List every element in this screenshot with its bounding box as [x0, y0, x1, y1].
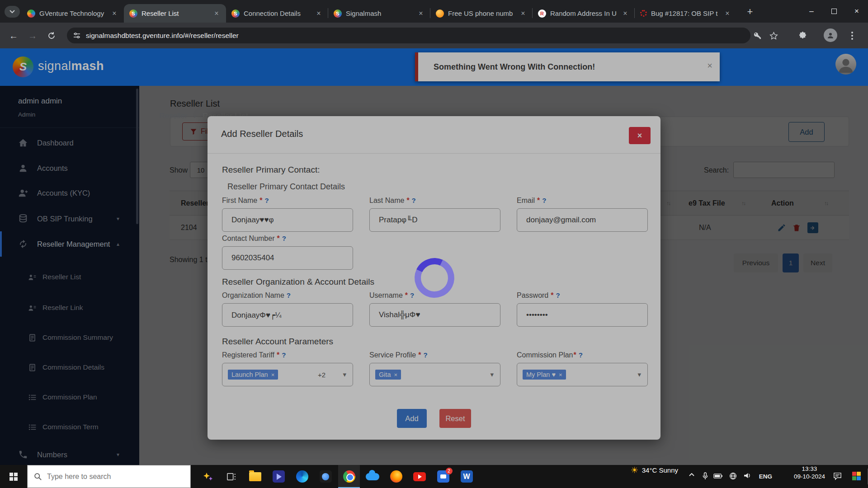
windows-logo-icon	[9, 473, 18, 481]
signalmash-favicon: S	[231, 9, 240, 18]
chevron-down-icon	[9, 10, 15, 14]
maximize-icon	[831, 9, 837, 14]
search-icon	[34, 473, 42, 480]
browser-profile-avatar[interactable]	[824, 28, 837, 42]
tab-close-icon[interactable]: ×	[110, 9, 118, 18]
tray-chevron-up-icon[interactable]	[689, 473, 694, 476]
browser-tab-signalmash[interactable]: S Signalmash ×	[328, 4, 430, 23]
chrome-browser-icon[interactable]	[338, 465, 360, 488]
taskbar-search-box[interactable]	[27, 465, 191, 488]
reload-icon	[47, 32, 56, 40]
tab-title: GVenture Technology	[39, 9, 106, 17]
file-explorer-icon[interactable]	[244, 465, 266, 488]
tab-title: Reseller List	[142, 9, 208, 17]
edge-browser-icon[interactable]	[291, 465, 313, 488]
random-address-favicon: R	[538, 9, 546, 18]
windows-taskbar: 2 W ☀ 34°C Sunny ENG 13:33 09-10-2024	[0, 465, 868, 488]
tray-mic-icon[interactable]	[703, 472, 708, 480]
screen: GVenture Technology × S Reseller List × …	[0, 0, 868, 488]
sparkle-icon[interactable]	[197, 465, 219, 488]
sun-icon: ☀	[631, 465, 638, 475]
gventure-favicon	[27, 9, 35, 18]
tray-network-icon[interactable]	[729, 472, 737, 480]
password-key-icon[interactable]	[751, 30, 763, 42]
window-minimize-button[interactable]: –	[800, 0, 823, 23]
browser-tab-random-address[interactable]: R Random Address In U ×	[533, 4, 635, 23]
signalmash-favicon: S	[334, 9, 342, 18]
task-view-icon[interactable]	[221, 465, 242, 488]
tab-close-icon[interactable]: ×	[723, 9, 731, 18]
window-close-button[interactable]: ×	[845, 0, 868, 23]
word-app-icon[interactable]: W	[456, 465, 477, 488]
tab-title: Bug #12817: OB SIP t	[651, 9, 719, 17]
url-bar[interactable]: signalmashdbtest.gventure.info/#/reselle…	[67, 28, 750, 43]
tray-time: 13:33	[794, 465, 825, 473]
site-info-icon	[73, 32, 80, 39]
person-icon	[826, 31, 835, 39]
browser-tab-strip: GVenture Technology × S Reseller List × …	[0, 0, 868, 23]
window-controls: – ×	[800, 0, 868, 23]
tab-close-icon[interactable]: ×	[621, 9, 629, 18]
loading-overlay	[0, 48, 868, 465]
tab-title: Free US phone numb	[448, 9, 515, 17]
forward-button[interactable]: →	[25, 28, 40, 43]
redmine-favicon	[640, 10, 647, 17]
browser-tab-gventure[interactable]: GVenture Technology ×	[22, 4, 124, 23]
url-text: signalmashdbtest.gventure.info/#/reselle…	[86, 32, 239, 40]
photos-app-icon[interactable]	[315, 465, 336, 488]
bookmark-star-icon[interactable]	[768, 30, 779, 42]
media-player-icon[interactable]	[268, 465, 289, 488]
new-tab-button[interactable]: +	[743, 6, 757, 18]
browser-toolbar: ← → signalmashdbtest.gventure.info/#/res…	[0, 23, 868, 48]
tray-date: 09-10-2024	[794, 473, 825, 480]
tab-close-icon[interactable]: ×	[315, 9, 323, 18]
youtube-icon[interactable]	[409, 465, 430, 488]
back-button[interactable]: ←	[6, 28, 21, 43]
window-maximize-button[interactable]	[823, 0, 845, 23]
tab-search-button[interactable]	[5, 6, 20, 18]
action-center-icon[interactable]	[833, 472, 842, 480]
extensions-puzzle-icon[interactable]	[797, 30, 808, 42]
taskbar-search-input[interactable]	[47, 473, 174, 481]
browser-tab-free-us-phone[interactable]: Free US phone numb ×	[430, 4, 533, 23]
signalmash-favicon: S	[129, 9, 137, 18]
reload-button[interactable]	[44, 28, 59, 43]
loading-spinner-icon	[409, 253, 460, 304]
onedrive-icon[interactable]	[362, 465, 383, 488]
tray-speaker-icon[interactable]	[744, 472, 751, 479]
start-button[interactable]	[0, 465, 27, 488]
tab-close-icon[interactable]: ×	[417, 9, 425, 18]
tab-title: Connection Details	[244, 9, 311, 17]
notification-badge: 2	[446, 468, 453, 474]
tab-title: Random Address In U	[550, 9, 617, 17]
tray-colorful-app-icon[interactable]	[852, 472, 861, 480]
tab-close-icon[interactable]: ×	[519, 9, 527, 18]
tab-close-icon[interactable]: ×	[212, 9, 221, 18]
browser-tab-reseller-list[interactable]: S Reseller List ×	[124, 4, 226, 23]
taskbar-weather[interactable]: ☀ 34°C Sunny	[631, 465, 678, 475]
weather-text: 34°C Sunny	[642, 466, 678, 474]
browser-menu-icon[interactable]	[846, 30, 858, 42]
tab-title: Signalmash	[346, 9, 413, 17]
browser-tab-bug-12817[interactable]: Bug #12817: OB SIP t ×	[635, 4, 737, 23]
tray-battery-icon[interactable]	[713, 474, 722, 479]
firefox-browser-icon[interactable]	[385, 465, 407, 488]
tray-clock[interactable]: 13:33 09-10-2024	[794, 465, 825, 480]
phone-favicon	[436, 9, 444, 18]
chat-app-icon[interactable]: 2	[432, 465, 454, 488]
browser-tab-connection-details[interactable]: S Connection Details ×	[226, 4, 328, 23]
tray-language-indicator[interactable]: ENG	[759, 473, 772, 480]
